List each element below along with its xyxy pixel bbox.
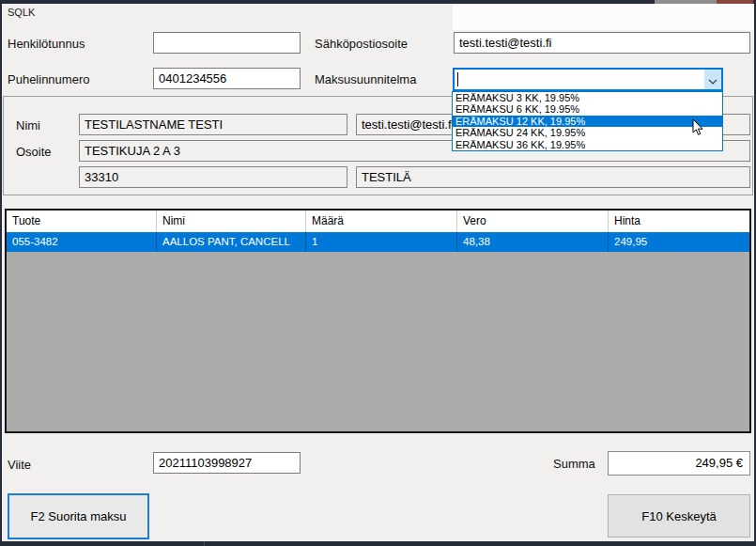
sahkopostiosoite-label: Sähköpostiosoite	[315, 37, 408, 51]
summa-field: 249,95 €	[608, 451, 750, 476]
sqlk-window: SQLK Henkilötunnus Puhelinnumero Sähköpo…	[2, 4, 754, 541]
sahkopostiosoite-input[interactable]	[454, 32, 750, 54]
dropdown-item[interactable]: ERÄMAKSU 6 KK, 19.95%	[453, 103, 722, 115]
puhelinnumero-label: Puhelinnumero	[8, 72, 89, 86]
nimi-label: Nimi	[16, 118, 40, 133]
chevron-down-icon	[708, 71, 717, 88]
mouse-cursor-icon	[692, 118, 704, 140]
text-caret	[457, 72, 458, 86]
viite-label: Viite	[8, 458, 31, 472]
table-header-row: Tuote Nimi Määrä Vero Hinta	[7, 211, 749, 232]
combobox-dropdown-button[interactable]	[704, 70, 721, 89]
viite-input[interactable]	[153, 452, 301, 474]
cell-hinta: 249,95	[609, 232, 749, 252]
customer-city-field: TESTILÄ	[356, 166, 750, 188]
summa-label: Summa	[553, 457, 595, 471]
cell-vero: 48,38	[457, 232, 609, 252]
products-table[interactable]: Tuote Nimi Määrä Vero Hinta 055-3482 AAL…	[5, 209, 751, 433]
screen: SQLK Henkilötunnus Puhelinnumero Sähköpo…	[0, 0, 756, 546]
maksusuunnitelma-label: Maksusuunnitelma	[315, 72, 416, 86]
dropdown-item[interactable]: ERÄMAKSU 24 KK, 19.95%	[453, 127, 722, 138]
henkilotunnus-label: Henkilötunnus	[8, 37, 85, 51]
cell-nimi: AALLOS PANT, CANCELL	[157, 232, 306, 252]
table-row-selected[interactable]: 055-3482 AALLOS PANT, CANCELL 1 48,38 24…	[7, 232, 749, 252]
top-white-panel	[453, 4, 754, 30]
customer-name-field: TESTILASTNAME TESTI	[79, 114, 347, 135]
column-header[interactable]: Nimi	[157, 211, 306, 232]
payment-plan-combobox[interactable]	[453, 68, 723, 91]
dropdown-item[interactable]: ERÄMAKSU 36 KK, 19.95%	[453, 139, 722, 150]
column-header[interactable]: Määrä	[306, 211, 457, 232]
column-header[interactable]: Tuote	[7, 211, 157, 232]
dropdown-item-highlighted[interactable]: ERÄMAKSU 12 KK, 19.95%	[453, 116, 722, 127]
submit-payment-button[interactable]: F2 Suorita maksu	[8, 493, 149, 539]
cell-maara: 1	[306, 232, 457, 252]
cancel-label: F10 Keskeytä	[641, 509, 717, 523]
customer-postalcode-field: 33310	[79, 166, 347, 188]
payment-plan-dropdown-list: ERÄMAKSU 3 KK, 19.95% ERÄMAKSU 6 KK, 19.…	[452, 91, 723, 151]
cancel-button[interactable]: F10 Keskeytä	[608, 494, 750, 538]
osoite-label: Osoite	[16, 145, 52, 159]
background-divider	[204, 541, 205, 546]
submit-payment-label: F2 Suorita maksu	[31, 509, 127, 523]
cell-tuote: 055-3482	[7, 232, 157, 252]
henkilotunnus-input[interactable]	[153, 32, 301, 54]
puhelinnumero-input[interactable]	[153, 68, 301, 89]
window-title: SQLK	[8, 7, 35, 18]
dropdown-item[interactable]: ERÄMAKSU 3 KK, 19.95%	[453, 92, 722, 103]
column-header[interactable]: Vero	[457, 211, 609, 232]
column-header[interactable]: Hinta	[609, 211, 749, 232]
